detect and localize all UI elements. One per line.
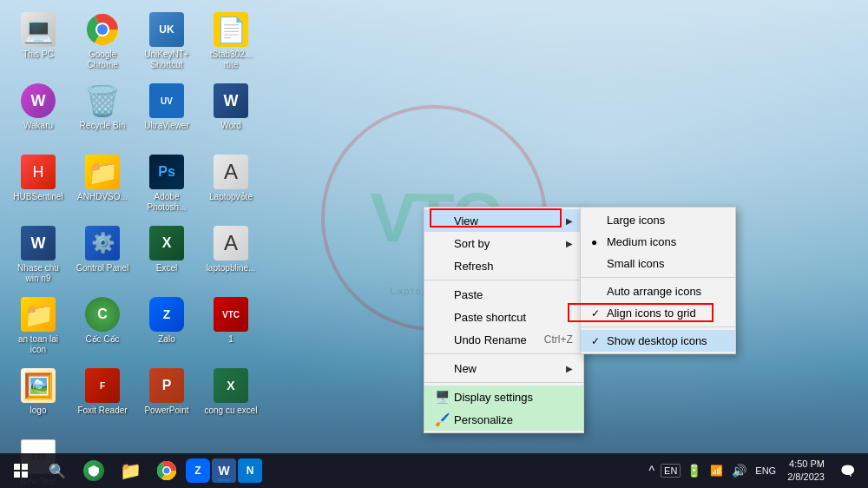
view-submenu: Large icons ● Medium icons Small icons A… xyxy=(580,207,736,354)
taskbar-app-news[interactable]: N xyxy=(238,458,262,483)
desktop-icon-controlpanel[interactable]: ⚙️ Control Panel xyxy=(71,221,134,290)
context-menu-item-sortby[interactable]: Sort by ▶ xyxy=(424,232,583,254)
view-sep-1 xyxy=(581,277,735,278)
desktop: VTC Laptop Service 💻 This PC Google Chro… xyxy=(0,0,868,488)
laptopvote-label: Laptopvỏte xyxy=(209,192,253,202)
sortby-label: Sort by xyxy=(454,237,490,250)
recycle-label: Recycle Bin xyxy=(80,121,126,131)
zalo-label: Zalo xyxy=(158,334,174,345)
paste-icon xyxy=(435,287,449,301)
desktop-icon-laptopbline[interactable]: A laptopbline... xyxy=(200,221,262,290)
taskbar-app-green-shield[interactable] xyxy=(76,455,111,486)
desktop-icon-foxit[interactable]: F Foxit Reader xyxy=(71,363,134,432)
foxit-label: Foxit Reader xyxy=(77,406,127,416)
tray-show-hidden[interactable]: ^ xyxy=(646,464,657,478)
refresh-icon xyxy=(435,259,449,273)
desktop-icon-logo[interactable]: 🖼️ logo xyxy=(7,363,69,432)
tstab-label: tStab302... rtite xyxy=(203,49,259,70)
context-menu-item-refresh[interactable]: Refresh xyxy=(424,254,583,277)
svg-rect-6 xyxy=(22,472,28,478)
submenu-auto-arrange[interactable]: Auto arrange icons xyxy=(581,280,735,302)
powerpoint-icon: P xyxy=(149,368,184,403)
desktop-icon-antoan[interactable]: 📁 an toan lai icon xyxy=(7,292,69,361)
antoan-label: an toan lai icon xyxy=(10,334,66,355)
logo-label: logo xyxy=(30,406,47,416)
align-icons-check: ✓ xyxy=(591,307,603,320)
ultraviewer-icon: UV xyxy=(149,83,184,118)
menu-sep-1 xyxy=(424,280,583,280)
taskbar-app-zalo[interactable]: Z xyxy=(186,458,210,483)
desktop-icon-powerpoint[interactable]: P PowerPoint xyxy=(135,363,198,432)
desktop-icon-wakaru[interactable]: W Wakaru xyxy=(7,78,69,148)
tray-battery-icon: 🔋 xyxy=(684,464,704,478)
undo-label: Undo Rename xyxy=(454,333,527,346)
svg-rect-3 xyxy=(14,464,20,470)
desktop-icon-ultraviewer[interactable]: UV UltraViewer xyxy=(135,78,198,148)
show-desktop-check: ✓ xyxy=(591,335,603,347)
personalize-icon: 🖌️ xyxy=(435,412,449,426)
large-icons-label: Large icons xyxy=(607,214,665,227)
unikey-icon: UK xyxy=(149,12,184,47)
context-menu-item-display-settings[interactable]: 🖥️ Display settings xyxy=(424,386,583,408)
view-icon xyxy=(435,214,449,228)
desktop-icon-unikey[interactable]: UK UniKeyNT+ Shortcut xyxy=(135,7,198,76)
excel-label: Excel xyxy=(156,263,177,274)
desktop-icon-congcuexcel[interactable]: X cong cu excel xyxy=(200,363,262,432)
desktop-icon-photoshop[interactable]: Ps Adobe Photosh... xyxy=(135,149,198,219)
taskbar-app-folder[interactable]: 📁 xyxy=(113,455,148,486)
auto-arrange-label: Auto arrange icons xyxy=(607,285,701,298)
submenu-large-icons[interactable]: Large icons xyxy=(581,209,735,231)
zalo-icon: Z xyxy=(149,297,184,332)
tray-date-value: 2/8/2023 xyxy=(787,471,825,484)
context-menu-item-new[interactable]: New ▶ xyxy=(424,357,583,379)
show-desktop-label: Show desktop icons xyxy=(607,334,707,347)
controlpanel-label: Control Panel xyxy=(76,263,129,274)
svg-point-9 xyxy=(164,468,170,474)
congcuexcel-label: cong cu excel xyxy=(204,406,257,416)
tray-keyboard-indicator[interactable]: EN xyxy=(661,464,681,478)
nhase-label: Nhase chu win n9 xyxy=(10,263,66,284)
desktop-icon-hubsentinel[interactable]: H HUBSentinel xyxy=(7,149,69,219)
context-menu-item-paste-shortcut[interactable]: Paste shortcut xyxy=(424,306,583,328)
desktop-icon-nhase[interactable]: W Nhase chu win n9 xyxy=(7,221,69,290)
submenu-medium-icons[interactable]: ● Medium icons xyxy=(581,231,735,253)
desktop-icon-recycle[interactable]: 🗑️ Recycle Bin xyxy=(71,78,134,148)
logo-icon: 🖼️ xyxy=(21,368,56,403)
align-icons-label: Align icons to grid xyxy=(607,307,696,320)
submenu-small-icons[interactable]: Small icons xyxy=(581,253,735,274)
display-icon: 🖥️ xyxy=(435,390,449,404)
taskbar-search-button[interactable]: 🔍 xyxy=(42,457,73,485)
submenu-align-icons[interactable]: ✓ Align icons to grid xyxy=(581,302,735,324)
laptopbline-icon: A xyxy=(214,226,248,260)
desktop-icon-laptopvote[interactable]: A Laptopvỏte xyxy=(200,149,262,219)
desktop-icon-word[interactable]: W Word xyxy=(200,78,262,148)
context-menu-item-personalize[interactable]: 🖌️ Personalize xyxy=(424,408,583,431)
desktop-icon-chrome[interactable]: Google Chrome xyxy=(71,7,134,76)
desktop-icon-excel[interactable]: X Excel xyxy=(135,221,198,290)
desktop-icon-coccoc[interactable]: C Cốc Cốc xyxy=(71,292,134,361)
start-button[interactable] xyxy=(0,453,42,488)
taskbar: 🔍 📁 Z W N ^ xyxy=(0,453,868,488)
taskbar-app-chrome[interactable] xyxy=(149,455,184,486)
this-pc-label: This PC xyxy=(23,49,54,60)
tray-datetime[interactable]: 4:50 PM 2/8/2023 xyxy=(782,458,830,485)
desktop-icon-vtc[interactable]: VTC 1 xyxy=(200,292,262,361)
desktop-icon-tstab[interactable]: 📄 tStab302... rtite xyxy=(200,7,262,76)
tray-notification-button[interactable]: 🗨️ xyxy=(833,453,861,488)
context-menu-item-undo[interactable]: Undo Rename Ctrl+Z xyxy=(424,328,583,351)
laptopbline-label: laptopbline... xyxy=(207,263,256,274)
tray-eng-label[interactable]: ENG xyxy=(753,465,779,476)
desktop-icon-this-pc[interactable]: 💻 This PC xyxy=(7,7,69,76)
unikey-label: UniKeyNT+ Shortcut xyxy=(139,49,194,70)
tstab-icon: 📄 xyxy=(214,12,248,47)
taskbar-app-word[interactable]: W xyxy=(212,458,236,483)
paste-shortcut-icon xyxy=(435,310,449,324)
hubsentinel-label: HUBSentinel xyxy=(13,192,62,202)
context-menu-item-paste[interactable]: Paste xyxy=(424,283,583,306)
wakaru-icon: W xyxy=(21,83,56,118)
context-menu-item-view[interactable]: View ▶ xyxy=(424,209,583,232)
hubsentinel-icon: H xyxy=(21,155,56,189)
desktop-icon-anhdvso[interactable]: 📁 ANHDVSO... xyxy=(71,149,134,219)
submenu-show-desktop[interactable]: ✓ Show desktop icons xyxy=(581,330,735,352)
desktop-icon-zalo[interactable]: Z Zalo xyxy=(135,292,198,361)
